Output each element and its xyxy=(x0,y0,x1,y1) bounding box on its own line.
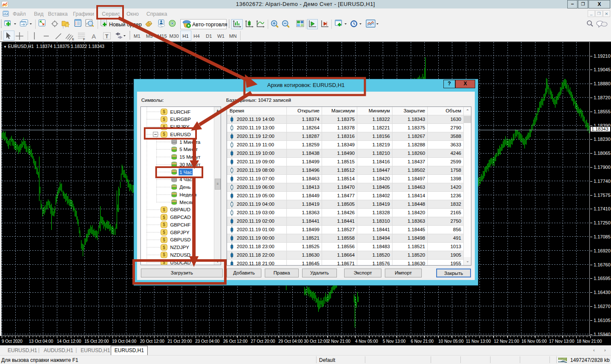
svg-text:T: T xyxy=(105,34,109,39)
svg-text:A: A xyxy=(92,33,96,40)
svg-text:GBPAUD: GBPAUD xyxy=(170,207,191,212)
svg-text:EURJPY: EURJPY xyxy=(170,124,190,129)
svg-text:W1: W1 xyxy=(217,34,224,39)
svg-text:$: $ xyxy=(163,230,165,235)
svg-text:GBPJPY: GBPJPY xyxy=(170,230,190,235)
svg-text:$: $ xyxy=(163,260,165,265)
svg-text:EURGBP: EURGBP xyxy=(170,117,191,122)
svg-text:$: $ xyxy=(163,245,165,250)
svg-text:Неделя: Неделя xyxy=(179,192,196,197)
svg-text:15 Минут: 15 Минут xyxy=(179,154,201,160)
svg-text:F: F xyxy=(83,38,85,41)
svg-text:GBPCAD: GBPCAD xyxy=(170,215,191,220)
svg-text:$: $ xyxy=(163,132,165,137)
svg-text:M1: M1 xyxy=(134,34,140,39)
svg-text:1 Минута: 1 Минута xyxy=(179,140,201,145)
svg-text:NZDJPY: NZDJPY xyxy=(170,245,189,250)
svg-text:$: $ xyxy=(163,109,165,114)
svg-text:GBPUSD: GBPUSD xyxy=(170,237,191,242)
svg-text:USDCAD: USDCAD xyxy=(170,260,191,265)
svg-text:День: День xyxy=(179,185,191,190)
svg-text:H4: H4 xyxy=(193,34,200,39)
svg-text:GBPCHF: GBPCHF xyxy=(170,222,191,227)
svg-text:4 Часа: 4 Часа xyxy=(179,177,195,182)
svg-text:D1: D1 xyxy=(206,34,212,39)
svg-text:1 Час: 1 Час xyxy=(179,170,192,175)
svg-text:Месяц: Месяц xyxy=(179,200,194,205)
svg-text:5 Минут: 5 Минут xyxy=(179,147,198,152)
svg-text:$: $ xyxy=(163,117,165,122)
svg-text:Новый ордер: Новый ордер xyxy=(109,22,142,28)
svg-text:M30: M30 xyxy=(169,34,179,39)
svg-text:M5: M5 xyxy=(146,34,153,39)
svg-text:H1: H1 xyxy=(182,34,189,39)
svg-text:Авто-торговля: Авто-торговля xyxy=(192,22,227,28)
svg-text:$: $ xyxy=(163,207,165,212)
svg-text:30 Минут: 30 Минут xyxy=(179,162,201,167)
svg-text:E: E xyxy=(72,38,74,41)
svg-text:M15: M15 xyxy=(157,34,167,39)
svg-text:$: $ xyxy=(163,215,165,220)
svg-text:EURUSD: EURUSD xyxy=(170,132,191,137)
svg-text:$: $ xyxy=(163,222,165,227)
svg-text:MN: MN xyxy=(229,34,237,39)
svg-text:$: $ xyxy=(163,125,165,129)
svg-text:$: $ xyxy=(163,238,165,242)
svg-text:EURCHF: EURCHF xyxy=(170,109,191,115)
svg-text:NZDUSD: NZDUSD xyxy=(170,252,191,258)
svg-text:$: $ xyxy=(163,252,165,257)
